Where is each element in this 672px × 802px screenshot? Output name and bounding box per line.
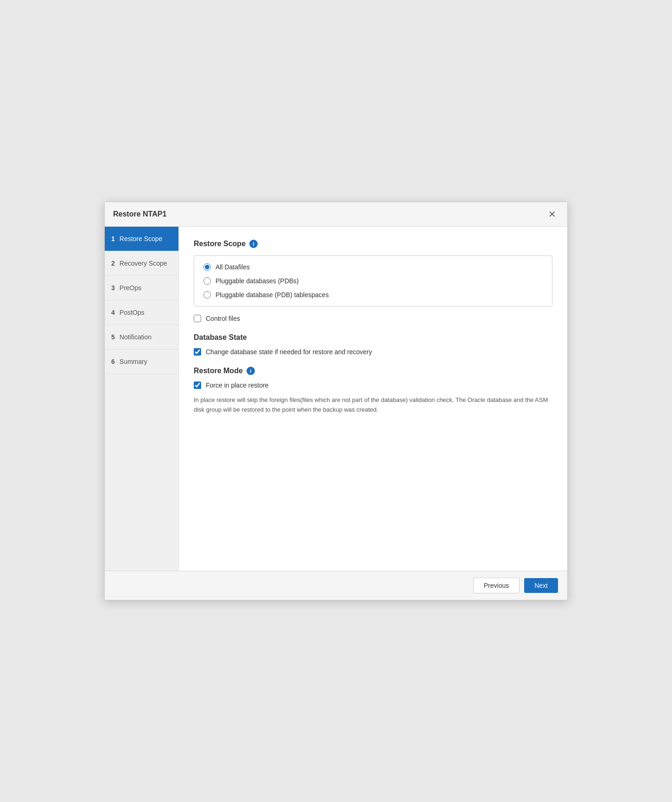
change-state-row[interactable]: Change database state if needed for rest…: [194, 348, 552, 356]
sidebar-step-5-num: 5: [111, 333, 115, 341]
database-state-section: Database State Change database state if …: [194, 333, 552, 356]
sidebar-step-1-label: Restore Scope: [120, 235, 163, 242]
sidebar-step-4-label: PostOps: [120, 309, 145, 316]
radio-pluggable-tablespaces-input[interactable]: [203, 291, 211, 299]
sidebar-step-3-num: 3: [111, 284, 115, 292]
control-files-checkbox[interactable]: [194, 315, 201, 322]
sidebar-step-3-label: PreOps: [120, 284, 141, 292]
restore-mode-section: Restore Mode i Force in place restore In…: [194, 367, 552, 415]
radio-all-datafiles-label: All Datafiles: [216, 263, 250, 271]
sidebar-step-4-num: 4: [111, 309, 115, 316]
restore-dialog: Restore NTAP1 ✕ 1 Restore Scope 2 Recove…: [104, 202, 568, 600]
restore-scope-info-icon[interactable]: i: [249, 240, 258, 248]
force-restore-checkbox[interactable]: [194, 382, 201, 389]
sidebar: 1 Restore Scope 2 Recovery Scope 3 PreOp…: [105, 227, 179, 571]
control-files-row[interactable]: Control files: [194, 315, 552, 322]
restore-mode-info-icon[interactable]: i: [247, 367, 255, 375]
sidebar-item-summary[interactable]: 6 Summary: [105, 350, 178, 374]
sidebar-step-1-num: 1: [111, 235, 115, 242]
change-state-label: Change database state if needed for rest…: [206, 348, 372, 356]
dialog-title: Restore NTAP1: [113, 210, 166, 218]
sidebar-item-postops[interactable]: 4 PostOps: [105, 300, 178, 325]
radio-all-datafiles-input[interactable]: [203, 263, 211, 271]
main-content: Restore Scope i All Datafiles Pluggable …: [179, 227, 567, 571]
sidebar-item-recovery-scope[interactable]: 2 Recovery Scope: [105, 251, 178, 276]
close-button[interactable]: ✕: [545, 209, 559, 220]
database-state-heading: Database State: [194, 333, 552, 342]
sidebar-item-restore-scope[interactable]: 1 Restore Scope: [105, 227, 178, 251]
restore-scope-radio-group: All Datafiles Pluggable databases (PDBs)…: [194, 255, 552, 306]
dialog-header: Restore NTAP1 ✕: [105, 202, 567, 227]
radio-pluggable-tablespaces-label: Pluggable database (PDB) tablespaces: [216, 291, 329, 299]
dialog-footer: Previous Next: [105, 571, 567, 600]
control-files-label: Control files: [206, 315, 240, 322]
next-button[interactable]: Next: [524, 578, 558, 593]
change-state-checkbox[interactable]: [194, 348, 201, 356]
sidebar-step-5-label: Notification: [120, 333, 152, 341]
restore-mode-heading: Restore Mode i: [194, 367, 552, 375]
sidebar-step-6-label: Summary: [120, 358, 147, 365]
sidebar-step-6-num: 6: [111, 358, 115, 365]
sidebar-step-2-label: Recovery Scope: [120, 260, 167, 267]
force-restore-info-text: In place restore will skip the foreign f…: [194, 395, 552, 415]
sidebar-step-2-num: 2: [111, 260, 115, 267]
restore-mode-title: Restore Mode: [194, 367, 243, 375]
radio-pluggable-dbs-label: Pluggable databases (PDBs): [216, 277, 299, 285]
sidebar-item-preops[interactable]: 3 PreOps: [105, 276, 178, 300]
sidebar-item-notification[interactable]: 5 Notification: [105, 325, 178, 350]
restore-scope-heading: Restore Scope i: [194, 240, 552, 248]
restore-scope-title: Restore Scope: [194, 240, 246, 248]
force-restore-label: Force in place restore: [206, 382, 268, 389]
radio-pluggable-dbs[interactable]: Pluggable databases (PDBs): [203, 277, 543, 285]
radio-pluggable-dbs-input[interactable]: [203, 277, 211, 285]
dialog-body: 1 Restore Scope 2 Recovery Scope 3 PreOp…: [105, 227, 567, 571]
previous-button[interactable]: Previous: [473, 578, 520, 593]
radio-all-datafiles[interactable]: All Datafiles: [203, 263, 543, 271]
force-restore-row[interactable]: Force in place restore: [194, 382, 552, 389]
radio-pluggable-tablespaces[interactable]: Pluggable database (PDB) tablespaces: [203, 291, 543, 299]
database-state-title: Database State: [194, 333, 247, 342]
